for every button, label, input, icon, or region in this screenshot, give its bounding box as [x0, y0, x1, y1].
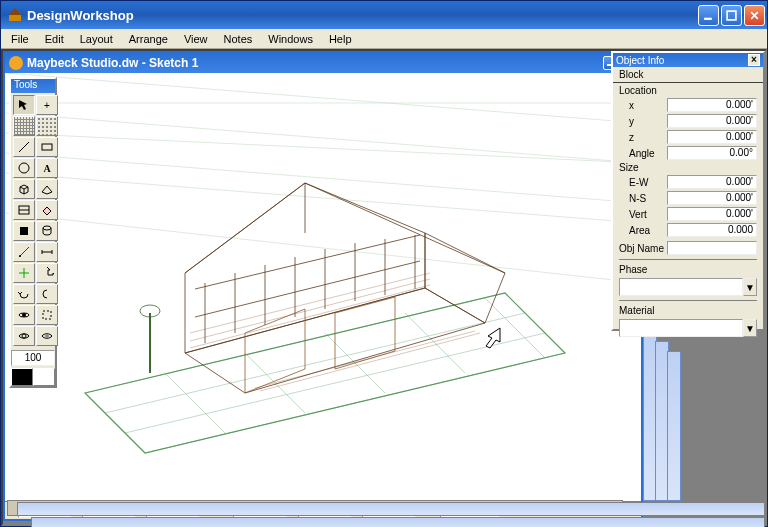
tool-arrow[interactable]: [13, 95, 35, 115]
size-section-label: Size: [619, 162, 757, 173]
scrollbar-ghost-1[interactable]: [17, 502, 765, 516]
scrollbar-ghost-2[interactable]: [31, 517, 765, 527]
menubar: File Edit Layout Arrange View Notes Wind…: [1, 29, 767, 49]
document-window: Maybeck Studio.dw - Sketch 1 Tools +: [3, 51, 643, 521]
tool-dimension[interactable]: [36, 242, 58, 262]
close-button[interactable]: [744, 5, 765, 26]
tool-erase[interactable]: [36, 200, 58, 220]
menu-view[interactable]: View: [176, 31, 216, 47]
angle-label: Angle: [619, 148, 667, 159]
phase-label: Phase: [619, 264, 667, 275]
menu-file[interactable]: File: [3, 31, 37, 47]
chevron-down-icon: ▼: [743, 319, 757, 337]
document-title: Maybeck Studio.dw - Sketch 1: [27, 56, 603, 70]
tool-move-3d[interactable]: [36, 263, 58, 283]
svg-point-17: [22, 313, 26, 317]
angle-field[interactable]: 0.00°: [667, 146, 757, 160]
svg-line-6: [19, 142, 29, 152]
tool-circle[interactable]: [13, 158, 35, 178]
tool-eye-shade[interactable]: [36, 326, 58, 346]
svg-rect-11: [20, 227, 28, 235]
tool-rotate-h[interactable]: [13, 284, 35, 304]
tool-cylinder[interactable]: [36, 221, 58, 241]
phase-select[interactable]: ▼: [619, 278, 757, 296]
tool-rect[interactable]: [36, 137, 58, 157]
svg-point-14: [19, 255, 21, 257]
tool-box-filled[interactable]: [13, 221, 35, 241]
loc-z-label: z: [619, 132, 667, 143]
loc-x-field[interactable]: 0.000': [667, 98, 757, 112]
object-type-label: Block: [613, 67, 763, 83]
tools-scale-value[interactable]: 100: [11, 350, 55, 366]
size-ew-label: E-W: [619, 177, 667, 188]
loc-x-label: x: [619, 100, 667, 111]
app-title: DesignWorkshop: [27, 8, 698, 23]
object-info-panel[interactable]: Object Info × Block Location x0.000' y0.…: [611, 51, 765, 331]
object-info-titlebar[interactable]: Object Info ×: [613, 53, 763, 67]
viewport-canvas[interactable]: [5, 73, 641, 501]
svg-marker-25: [85, 293, 565, 453]
tool-wall[interactable]: [13, 200, 35, 220]
svg-marker-29: [245, 309, 305, 393]
svg-line-22: [5, 133, 641, 163]
tool-poly3d[interactable]: [36, 179, 58, 199]
svg-point-8: [19, 163, 29, 173]
svg-rect-18: [43, 311, 51, 319]
material-label: Material: [619, 305, 667, 316]
size-vert-field[interactable]: 0.000': [667, 207, 757, 221]
svg-rect-0: [9, 15, 21, 21]
tool-grid-fine[interactable]: [13, 116, 35, 136]
size-ns-label: N-S: [619, 193, 667, 204]
area-field[interactable]: 0.000: [667, 223, 757, 237]
location-section-label: Location: [619, 85, 757, 96]
tool-eye-wire[interactable]: [13, 326, 35, 346]
loc-y-label: y: [619, 116, 667, 127]
menu-help[interactable]: Help: [321, 31, 360, 47]
size-ew-field[interactable]: 0.000': [667, 175, 757, 189]
loc-z-field[interactable]: 0.000': [667, 130, 757, 144]
app-window: DesignWorkshop File Edit Layout Arrange …: [0, 0, 768, 527]
menu-notes[interactable]: Notes: [216, 31, 261, 47]
svg-rect-2: [704, 17, 712, 19]
menu-layout[interactable]: Layout: [72, 31, 121, 47]
chevron-down-icon: ▼: [743, 278, 757, 296]
size-ns-field[interactable]: 0.000': [667, 191, 757, 205]
svg-point-19: [22, 334, 26, 338]
svg-line-24: [5, 213, 641, 283]
tools-palette[interactable]: Tools + A: [9, 77, 57, 388]
maximize-button[interactable]: [721, 5, 742, 26]
tool-ruler[interactable]: [13, 242, 35, 262]
area-label: Area: [619, 225, 667, 236]
objname-label: Obj Name: [619, 243, 667, 254]
document-icon: [9, 56, 23, 70]
menu-windows[interactable]: Windows: [260, 31, 321, 47]
svg-rect-3: [727, 11, 736, 20]
menu-edit[interactable]: Edit: [37, 31, 72, 47]
tool-zoom-box[interactable]: [36, 305, 58, 325]
document-titlebar[interactable]: Maybeck Studio.dw - Sketch 1: [5, 53, 641, 73]
tool-grid-dots[interactable]: [36, 116, 58, 136]
svg-point-12: [43, 226, 51, 230]
svg-rect-7: [42, 144, 52, 150]
object-info-close-button[interactable]: ×: [748, 54, 760, 66]
tool-move-ground[interactable]: [13, 263, 35, 283]
tool-orbit[interactable]: [13, 305, 35, 325]
menu-arrange[interactable]: Arrange: [121, 31, 176, 47]
ghost-window: [667, 351, 681, 501]
tools-color-bar[interactable]: [11, 368, 55, 386]
mdi-workspace: Maybeck Studio.dw - Sketch 1 Tools +: [1, 49, 767, 526]
drawing-content: [5, 73, 641, 473]
object-info-title: Object Info: [616, 55, 748, 66]
svg-line-23: [5, 173, 641, 223]
loc-y-field[interactable]: 0.000': [667, 114, 757, 128]
tool-rotate-v[interactable]: [36, 284, 58, 304]
app-titlebar[interactable]: DesignWorkshop: [1, 1, 767, 29]
tool-line[interactable]: [13, 137, 35, 157]
tool-cube[interactable]: [13, 179, 35, 199]
objname-field[interactable]: [667, 241, 757, 255]
svg-point-20: [45, 334, 49, 338]
minimize-button[interactable]: [698, 5, 719, 26]
tool-text[interactable]: A: [36, 158, 58, 178]
material-select[interactable]: ▼: [619, 319, 757, 337]
tool-crosshair[interactable]: +: [36, 95, 58, 115]
